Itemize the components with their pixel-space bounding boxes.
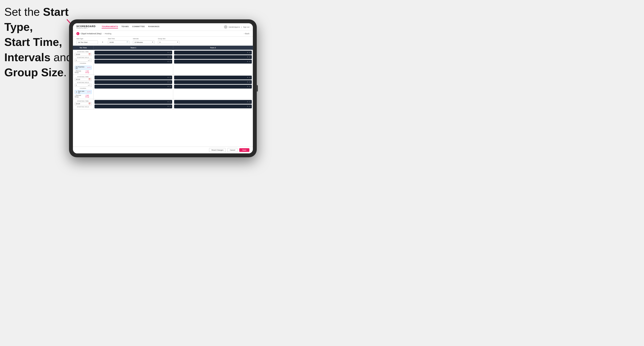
back-button[interactable]: ‹ Back [244, 32, 250, 35]
slot-x-1-1[interactable]: ✕ [168, 52, 169, 53]
starting-hole-label-3: STARTING HOLE: [75, 106, 92, 108]
course-edit-2[interactable]: ✎ [89, 91, 90, 93]
slot-x-5-2[interactable]: ✕ [168, 106, 169, 107]
slot-search-3-2: ⊙ [170, 81, 171, 83]
slot-x-2-1[interactable]: ✕ [247, 52, 248, 53]
tablet-side-button [256, 85, 258, 92]
starting-time-input-3[interactable]: 10:20 ⏰ [75, 102, 92, 105]
nav-links: TOURNAMENTS TEAMS COMMITTEE RANKINGS [102, 25, 220, 28]
slot-search-5-2: ⊙ [170, 106, 171, 107]
player-slot-6-1[interactable]: ✕ ⊙ [174, 100, 252, 104]
player-slot-4-1[interactable]: ✕ ⊙ [174, 76, 252, 79]
player-slot-icons-6-1: ✕ ⊙ [247, 101, 250, 103]
starting-hole-select-1[interactable]: 1 ▲▼ [75, 59, 92, 62]
player-slot-icons-4-3: ✕ ⊙ [247, 86, 250, 87]
slot-search-4-1: ⊙ [249, 77, 250, 78]
course-tag-wrap-1: (A) Peachtree GC ✕ ✎ [75, 64, 92, 70]
start-type-select[interactable]: 1st Tee Start Shotgun Start [76, 40, 98, 44]
sign-out-link[interactable]: Sign out [243, 26, 250, 28]
save-button[interactable]: Save [239, 148, 250, 152]
player-slot-icons-1-3: ✕ ⊙ [168, 61, 171, 62]
slot-x-4-1[interactable]: ✕ [247, 77, 248, 78]
player-slot-4-3[interactable]: ✕ ⊙ [174, 85, 252, 89]
logo-text: SCOREBOARD [76, 25, 96, 27]
player-slot-1-2[interactable]: ✕ ⊙ [94, 55, 172, 59]
player-slot-1-3[interactable]: ✕ ⊙ [94, 60, 172, 64]
course-remove-2[interactable]: ✕ [88, 91, 89, 93]
slot-x-2-3[interactable]: ✕ [247, 61, 248, 62]
course-edit-1[interactable]: ✎ [89, 67, 90, 68]
slot-search-2-1: ⊙ [249, 52, 250, 53]
intervals-select[interactable]: 5 Minutes 10 Minutes 15 Minutes [133, 40, 154, 44]
player-slot-icons-4-2: ✕ ⊙ [247, 81, 250, 83]
add-group-btn-1[interactable]: + Add Group [85, 70, 92, 73]
player-slot-4-2[interactable]: ✕ ⊙ [174, 80, 252, 84]
group-size-field: Group Size 2 3 4 ▼ [158, 38, 180, 44]
player-slot-3-2[interactable]: ✕ ⊙ [94, 80, 172, 84]
player-slot-icons-6-2: ✕ ⊙ [247, 106, 250, 107]
slot-x-6-1[interactable]: ✕ [247, 101, 248, 103]
remove-group-btn-1[interactable]: ○ Remove Group [75, 70, 84, 73]
reset-changes-button[interactable]: Reset Changes [209, 148, 226, 152]
player-slot-3-1[interactable]: ✕ ⊙ [94, 76, 172, 79]
nav-avatar [224, 25, 228, 29]
player-slot-6-2[interactable]: ✕ ⊙ [174, 105, 252, 108]
starting-time-label-2: STARTING TIME: [75, 76, 92, 77]
course-name-2: East Lake GC [78, 90, 87, 94]
clock-icon-3: ⏰ [88, 103, 90, 105]
start-time-select[interactable]: 10:00 [108, 40, 130, 44]
nav-committee[interactable]: COMMITTEE [132, 25, 145, 28]
nav-tournaments[interactable]: TOURNAMENTS [102, 25, 118, 28]
hole-arrow-icon-1: ▲▼ [88, 59, 90, 61]
footer-bar: Reset Changes Cancel Save [73, 147, 253, 153]
group-size-wrapper: 2 3 4 ▼ [158, 40, 180, 44]
course-actions-2: ○ Remove Group + Add Group [75, 95, 92, 98]
course-remove-1[interactable]: ✕ [88, 67, 89, 68]
player-slot-1-1[interactable]: ✕ ⊙ [94, 51, 172, 54]
add-group-btn-2[interactable]: + Add Group [85, 95, 92, 98]
breadcrumb-bar: C Clippd Invitational (May) › Hosting ‹ … [73, 31, 253, 37]
slot-x-3-3[interactable]: ✕ [168, 86, 169, 87]
slot-search-6-2: ⊙ [249, 106, 250, 107]
player-slot-5-1[interactable]: ✕ ⊙ [94, 100, 172, 104]
group-size-select[interactable]: 2 3 4 [158, 40, 180, 44]
logo-sub: Powered by clipp.io [76, 27, 96, 29]
remove-group-btn-2[interactable]: ○ Remove Group [75, 95, 84, 98]
tee-time-cell-1: STARTING TIME: 10:00 ⏰ STARTING HOLE: 1 … [73, 50, 94, 75]
slot-x-6-2[interactable]: ✕ [247, 106, 248, 107]
slot-x-3-2[interactable]: ✕ [168, 81, 169, 83]
group-row-2: STARTING TIME: 10:10 ⏰ STARTING HOLE: 1 … [73, 75, 253, 99]
th-tee-time: Tee Time [73, 46, 94, 50]
slot-x-4-3[interactable]: ✕ [247, 86, 248, 87]
team1-cell-2: ✕ ⊙ ✕ ⊙ ✕ ⊙ [94, 75, 173, 99]
nav-separator: | [242, 26, 242, 28]
starting-time-input-1[interactable]: 10:00 ⏰ [75, 53, 92, 56]
nav-right: blair@clippd.io | Sign out [224, 25, 250, 29]
slot-x-5-1[interactable]: ✕ [168, 101, 169, 103]
player-slot-2-2[interactable]: ✕ ⊙ [174, 55, 252, 59]
intervals-field: Intervals 5 Minutes 10 Minutes 15 Minute… [133, 38, 154, 44]
tee-time-cell-2: STARTING TIME: 10:10 ⏰ STARTING HOLE: 1 … [73, 75, 94, 99]
nav-teams[interactable]: TEAMS [122, 25, 129, 28]
nav-rankings[interactable]: RANKINGS [148, 25, 160, 28]
player-slot-3-3[interactable]: ✕ ⊙ [94, 85, 172, 89]
slot-x-1-3[interactable]: ✕ [168, 61, 169, 62]
slot-x-1-2[interactable]: ✕ [168, 56, 169, 58]
breadcrumb-section: Hosting [105, 32, 112, 35]
slot-search-3-1: ⊙ [170, 77, 171, 78]
course-label-2: COURSE: [75, 88, 92, 89]
group-row: STARTING TIME: 10:00 ⏰ STARTING HOLE: 1 … [73, 50, 253, 75]
player-slot-2-3[interactable]: ✕ ⊙ [174, 60, 252, 64]
breadcrumb-tournament[interactable]: Clippd Invitational (May) [81, 32, 102, 35]
starting-time-input-2[interactable]: 10:10 ⏰ [75, 78, 92, 81]
team1-cell-3: ✕ ⊙ ✕ ⊙ [94, 99, 173, 109]
start-time-field: Start Time 10:00 🕐 [108, 38, 130, 44]
player-slot-5-2[interactable]: ✕ ⊙ [94, 105, 172, 108]
slot-x-2-2[interactable]: ✕ [247, 56, 248, 58]
slot-x-4-2[interactable]: ✕ [247, 81, 248, 83]
player-slot-2-1[interactable]: ✕ ⊙ [174, 51, 252, 54]
starting-hole-select-2[interactable]: 1 ▲▼ [75, 84, 92, 87]
slot-x-3-1[interactable]: ✕ [168, 77, 169, 78]
start-type-label: Start Type [76, 38, 104, 39]
cancel-button[interactable]: Cancel [228, 148, 238, 152]
